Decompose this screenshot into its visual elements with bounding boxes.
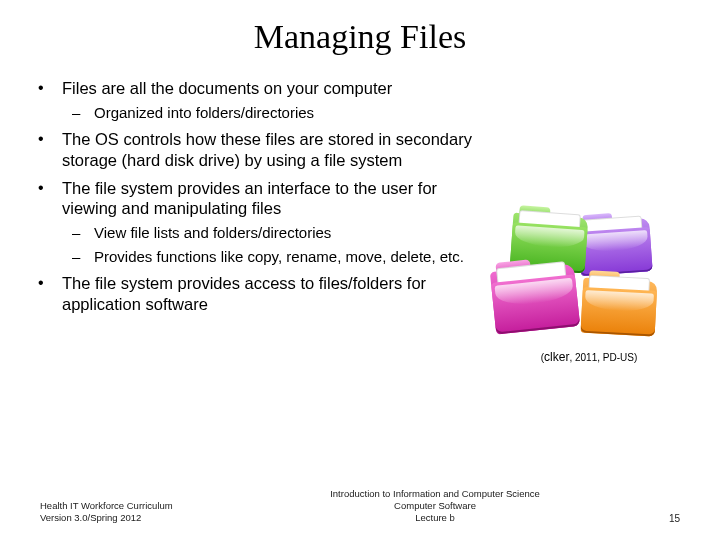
list-item: Provides functions like copy, rename, mo…	[62, 248, 494, 267]
list-item: The OS controls how these files are stor…	[34, 129, 494, 170]
bullet-text: View file lists and folders/directories	[94, 224, 331, 241]
page-number: 15	[620, 513, 680, 524]
slide-title: Managing Files	[34, 18, 686, 56]
folder-icon	[490, 263, 580, 334]
list-item: Organized into folders/directories	[62, 104, 494, 123]
slide: Managing Files Files are all the documen…	[0, 0, 720, 540]
folders-graphic	[494, 208, 664, 348]
footer-left-line: Health IT Workforce Curriculum	[40, 500, 250, 512]
folder-icon	[581, 278, 658, 337]
footer-center-line: Lecture b	[250, 512, 620, 524]
footer-center-line: Computer Software	[250, 500, 620, 512]
footer-center-line: Introduction to Information and Computer…	[250, 488, 620, 500]
caption-suffix: , 2011, PD-US)	[569, 352, 637, 363]
list-item: Files are all the documents on your comp…	[34, 78, 494, 122]
footer-left-line: Version 3.0/Spring 2012	[40, 512, 250, 524]
bullet-content: Files are all the documents on your comp…	[34, 78, 494, 364]
bullet-text: The file system provides an interface to…	[62, 179, 437, 218]
footer-left: Health IT Workforce Curriculum Version 3…	[40, 500, 250, 524]
slide-body: Files are all the documents on your comp…	[34, 78, 686, 364]
list-item: View file lists and folders/directories	[62, 224, 494, 243]
footer-center: Introduction to Information and Computer…	[250, 488, 620, 524]
bullet-text: Organized into folders/directories	[94, 104, 314, 121]
image-caption: (clker, 2011, PD-US)	[494, 350, 684, 364]
list-item: The file system provides access to files…	[34, 273, 494, 314]
bullet-text: Files are all the documents on your comp…	[62, 79, 392, 97]
bullet-text: Provides functions like copy, rename, mo…	[94, 248, 464, 265]
bullet-text: The OS controls how these files are stor…	[62, 130, 472, 169]
list-item: The file system provides an interface to…	[34, 178, 494, 267]
image-column: (clker, 2011, PD-US)	[494, 78, 684, 364]
caption-source: clker	[544, 350, 569, 364]
folder-icon	[577, 218, 652, 276]
slide-footer: Health IT Workforce Curriculum Version 3…	[40, 488, 680, 524]
bullet-text: The file system provides access to files…	[62, 274, 426, 313]
